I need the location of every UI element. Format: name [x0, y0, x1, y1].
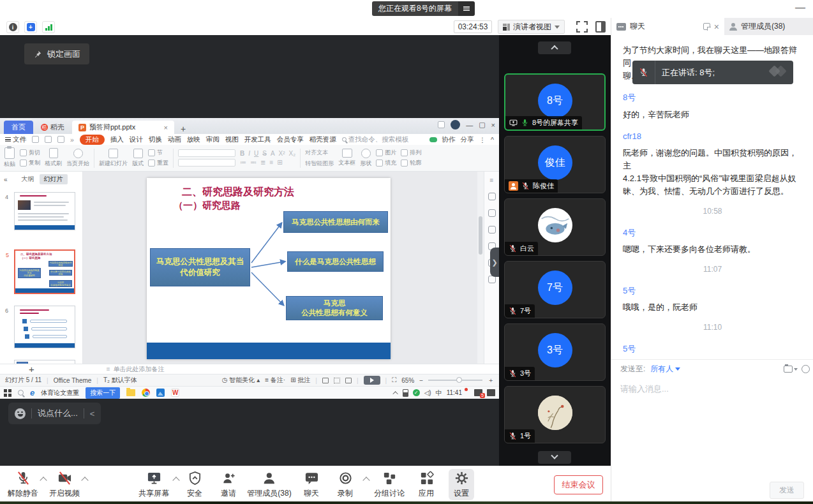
command-search[interactable]: 查找命令、搜索模板 [342, 135, 409, 144]
wps-document-tab[interactable]: P 预答辩ppt.pptx × [72, 121, 174, 134]
font-family-select[interactable] [178, 149, 235, 157]
settings-button[interactable]: 设置 [449, 469, 474, 500]
participant-tile-陈俊佳[interactable]: 俊佳陈俊佳 [504, 136, 606, 193]
emoji-icon[interactable] [15, 408, 26, 419]
speaker-icon[interactable]: ◁) [424, 389, 431, 396]
participant-tile-7号[interactable]: 7号7号 [504, 261, 606, 318]
slide-branch-box-3[interactable]: 马克思 公共性思想有何意义 [286, 296, 383, 320]
ime-indicator[interactable]: 中 [436, 389, 442, 397]
notification-icon[interactable] [474, 389, 482, 396]
paste-button[interactable]: 粘贴 [4, 147, 15, 168]
cloud-sync-icon[interactable] [429, 137, 437, 142]
close-panel-icon[interactable]: × [714, 23, 719, 31]
menu-slideshow[interactable]: 放映 [187, 135, 200, 144]
end-meeting-button[interactable]: 结束会议 [554, 475, 603, 494]
share-button[interactable]: 分享 [461, 135, 474, 144]
security-shield-icon[interactable]: + [24, 21, 37, 33]
lock-view-button[interactable]: 锁定画面 [24, 43, 89, 64]
wps-minimize[interactable]: — [466, 121, 473, 129]
close-tab-icon[interactable]: × [164, 124, 168, 131]
wps-close[interactable]: × [491, 121, 495, 129]
browser-window-title[interactable]: 体育论文查重 [41, 389, 79, 397]
meeting-info-icon[interactable]: i [6, 21, 19, 33]
more-menu-icon[interactable]: ⋮ [479, 136, 486, 144]
subscript-button[interactable]: X₂ [289, 150, 296, 157]
slide-branch-box-1[interactable]: 马克思公共性思想由何而来 [283, 211, 388, 233]
tab-manage-members[interactable]: 管理成员(38) [724, 18, 813, 35]
zoom-in-button[interactable]: ＋ [488, 376, 494, 385]
security-button[interactable]: 安全 [187, 470, 202, 499]
slide-center-box[interactable]: 马克思公共性思想及其当 代价值研究 [150, 248, 250, 286]
participant-tile-8号[interactable]: 8号8号的屏幕共享 [504, 73, 606, 131]
preview-icon[interactable] [57, 136, 64, 143]
action-center-icon[interactable] [487, 389, 495, 396]
tray-expand-icon[interactable] [392, 391, 398, 396]
quick-chat-bar[interactable]: 说点什么... < [8, 403, 101, 424]
new-slide-button[interactable]: 新建幻灯片 [99, 149, 128, 168]
photos-app-icon[interactable] [156, 389, 165, 397]
shapes-button[interactable]: 形状 [360, 149, 371, 168]
sorter-view-icon[interactable] [334, 378, 340, 383]
wps-docer-tab[interactable]: 稻稻壳 [33, 121, 72, 134]
browser-icon[interactable]: e [30, 388, 34, 397]
members-button[interactable]: 管理成员(38) [247, 470, 291, 499]
popout-panel-icon[interactable] [703, 23, 710, 30]
canvas-scrollbar[interactable] [477, 172, 484, 364]
chevron-up-icon[interactable] [81, 477, 88, 484]
participant-tile-3号[interactable]: 3号3号 [504, 323, 606, 381]
align-text-button[interactable]: 对齐文本 [305, 149, 334, 157]
current-slide[interactable]: 二、研究思路及研究方法 （一）研究思路 马克思公共性思想及其当 代价值研究 马克… [147, 178, 391, 359]
chevron-up-icon[interactable] [172, 477, 179, 484]
file-explorer-icon[interactable] [126, 389, 135, 396]
reading-view-icon[interactable] [345, 378, 352, 383]
italic-button[interactable]: I [248, 150, 250, 157]
invite-button[interactable]: 邀请 [221, 470, 236, 499]
scroll-up-button[interactable] [538, 41, 571, 54]
menu-transition[interactable]: 切换 [149, 135, 162, 144]
add-slide-button[interactable]: + [29, 364, 34, 374]
zoom-level[interactable]: 65% [401, 377, 414, 384]
menu-review[interactable]: 审阅 [206, 135, 220, 144]
fit-slide-icon[interactable]: ⛶ [392, 376, 396, 384]
smartart-button[interactable]: 转智能图形 [305, 159, 334, 168]
video-strip-collapse-handle[interactable]: ❯ [490, 248, 499, 277]
copy-button[interactable]: 复制 [20, 159, 40, 167]
panel-icon[interactable] [488, 226, 496, 233]
send-to-dropdown[interactable]: 所有人 [650, 364, 680, 374]
wps-home-tab[interactable]: 首页 [4, 121, 33, 134]
participant-tile-1号[interactable]: 1号 [504, 386, 606, 443]
record-button[interactable]: 录制 [338, 470, 353, 499]
slideshow-play-button[interactable] [364, 376, 380, 385]
quick-chat-placeholder[interactable]: 说点什么... [38, 408, 78, 419]
tab-outline[interactable]: 大纲 [22, 175, 34, 184]
normal-view-icon[interactable] [322, 378, 329, 383]
superscript-button[interactable]: X² [279, 150, 285, 157]
breakout-button[interactable]: 分组讨论 [374, 470, 405, 499]
panel-icon[interactable] [488, 209, 496, 217]
menu-design[interactable]: 设计 [130, 135, 143, 144]
emoji-picker-icon[interactable] [802, 365, 810, 373]
font-color-button[interactable]: A [271, 150, 275, 157]
menu-animation[interactable]: 动画 [168, 135, 181, 144]
file-transfer-icon[interactable] [784, 366, 798, 373]
fullscreen-icon[interactable] [576, 21, 588, 33]
format-painter-button[interactable]: 格式刷 [45, 148, 62, 168]
textbox-button[interactable]: 文本框 [338, 149, 355, 167]
side-panel-toggle-icon[interactable] [595, 21, 606, 33]
menu-insert[interactable]: 插入 [110, 135, 124, 144]
chevron-up-icon[interactable] [362, 477, 369, 484]
minimize-button[interactable]: — [795, 1, 805, 14]
underline-button[interactable]: U [254, 150, 258, 157]
chat-input-area[interactable] [611, 378, 813, 474]
wps-taskbar-icon[interactable]: W [171, 389, 179, 397]
taskbar-search-icon[interactable] [18, 390, 24, 396]
send-message-button[interactable]: 发送 [770, 482, 804, 499]
chat-message-input[interactable] [611, 378, 813, 474]
print-icon[interactable] [45, 136, 52, 143]
outline-button[interactable]: 轮廓 [401, 159, 421, 167]
reset-button[interactable]: 重置 [148, 159, 168, 167]
share-screen-button[interactable]: 共享屏幕 [138, 470, 169, 499]
slide-thumbnail-4[interactable]: 4 [14, 192, 75, 230]
collapse-ribbon-icon[interactable]: ^ [491, 136, 494, 144]
menu-docer-res[interactable]: 稻壳资源 [310, 135, 336, 144]
